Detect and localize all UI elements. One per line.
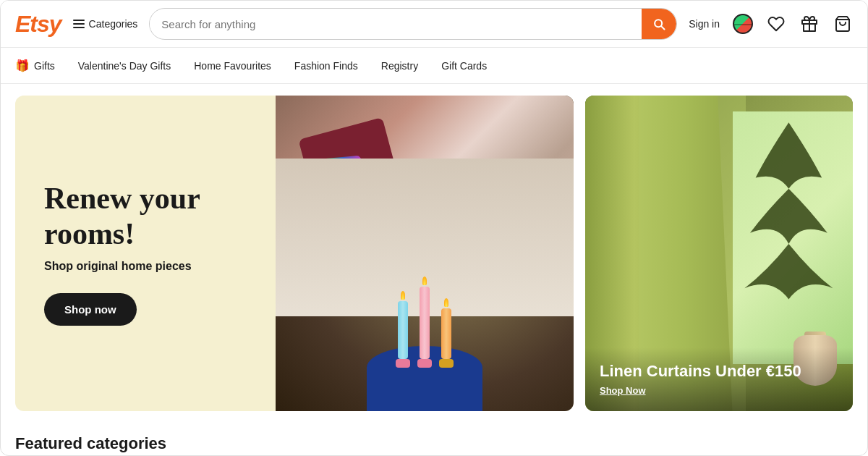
main-content: Renew your rooms! Shop original home pie…	[1, 84, 867, 423]
nav-gifts-icon: 🎁	[15, 59, 30, 72]
hamburger-icon	[73, 20, 85, 28]
banner-right-title: Linen Curtains Under €150	[600, 362, 838, 381]
candle-pink	[417, 276, 432, 368]
candle-orange	[439, 298, 454, 368]
nav-gifts-label: Gifts	[34, 60, 55, 72]
candle-blue	[396, 291, 410, 368]
search-bar	[149, 8, 677, 40]
nav-fashion-finds[interactable]: Fashion Finds	[294, 60, 358, 72]
language-icon[interactable]	[733, 14, 753, 34]
nav-gift-cards-label: Gift Cards	[441, 60, 487, 72]
categories-button[interactable]: Categories	[73, 18, 138, 30]
banner-right-cta[interactable]: Shop Now	[600, 385, 646, 396]
banner-left-image	[276, 96, 574, 411]
gift-icon[interactable]	[799, 14, 820, 34]
flame-orange	[444, 298, 448, 307]
candle-body-orange	[441, 308, 451, 359]
candle-base-pink2	[417, 359, 432, 368]
header-actions: Sign in	[689, 14, 853, 34]
nav-registry[interactable]: Registry	[381, 60, 418, 72]
nav-valentines[interactable]: Valentine's Day Gifts	[78, 60, 171, 72]
nav-gift-cards[interactable]: Gift Cards	[441, 60, 487, 72]
banner-right-overlay: Linen Curtains Under €150 Shop Now	[585, 347, 853, 411]
banner-left: Renew your rooms! Shop original home pie…	[15, 96, 574, 411]
header: Etsy Categories Sign in	[1, 1, 867, 48]
candle-body-pink	[420, 287, 430, 359]
search-icon	[652, 17, 666, 31]
tree-silhouette	[730, 111, 848, 332]
banner-subtext: Shop original home pieces	[44, 260, 192, 273]
search-button[interactable]	[642, 8, 676, 40]
nav-registry-label: Registry	[381, 60, 418, 72]
banner-right: Linen Curtains Under €150 Shop Now	[585, 96, 853, 411]
nav-fashion-finds-label: Fashion Finds	[294, 60, 358, 72]
nav-home-favourites-label: Home Favourites	[194, 60, 271, 72]
candle-base-pink	[396, 359, 410, 368]
candle-holder	[396, 276, 454, 368]
candle-base-gold	[439, 359, 454, 368]
banner-scene	[276, 96, 574, 411]
search-input[interactable]	[150, 18, 642, 30]
candle-body-blue	[398, 301, 408, 359]
nav-home-favourites[interactable]: Home Favourites	[194, 60, 271, 72]
flame-blue	[401, 291, 405, 300]
featured-title: Featured categories	[15, 434, 166, 453]
categories-label: Categories	[89, 18, 138, 30]
featured-section: Featured categories	[1, 423, 867, 453]
banner-left-text: Renew your rooms! Shop original home pie…	[15, 96, 276, 411]
wishlist-icon[interactable]	[766, 14, 786, 34]
shop-now-button[interactable]: Shop now	[44, 293, 137, 326]
cart-icon[interactable]	[833, 14, 853, 34]
sign-in-button[interactable]: Sign in	[689, 18, 720, 30]
nav-valentines-label: Valentine's Day Gifts	[78, 60, 171, 72]
banner-heading: Renew your rooms!	[44, 181, 247, 251]
etsy-logo[interactable]: Etsy	[15, 11, 61, 38]
flame-pink	[422, 276, 427, 285]
nav-gifts[interactable]: 🎁 Gifts	[15, 59, 55, 72]
main-nav: 🎁 Gifts Valentine's Day Gifts Home Favou…	[1, 48, 867, 84]
